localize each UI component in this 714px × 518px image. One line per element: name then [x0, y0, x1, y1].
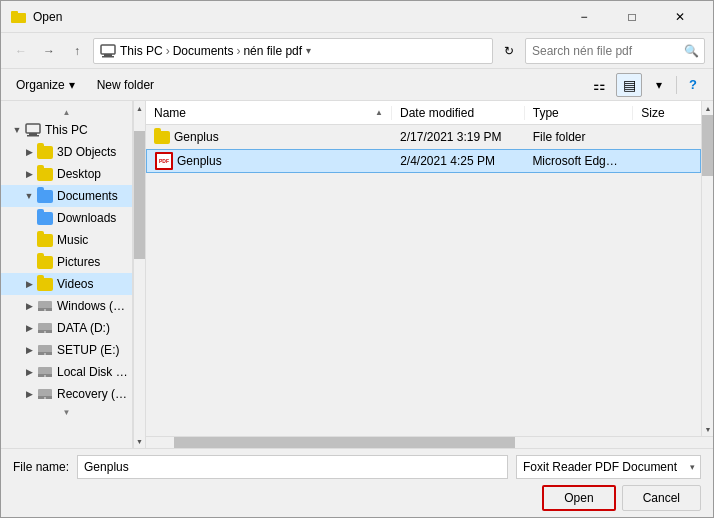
svg-rect-6: [29, 133, 37, 135]
main-content: ▲ This PC: [1, 101, 713, 448]
sidebar-label-data-d: DATA (D:): [57, 321, 110, 335]
file-type-1: File folder: [533, 130, 586, 144]
sidebar-label-local-disk-f: Local Disk (F:): [57, 365, 128, 379]
sidebar-label-this-pc: This PC: [45, 123, 88, 137]
sidebar-item-local-disk-f[interactable]: Local Disk (F:): [1, 361, 132, 383]
sidebar-item-setup-e[interactable]: SETUP (E:): [1, 339, 132, 361]
sidebar-scroll-thumb[interactable]: [134, 131, 145, 259]
sidebar-item-3d-objects[interactable]: 3D Objects: [1, 141, 132, 163]
breadcrumb[interactable]: This PC › Documents › nén file pdf ▾: [93, 38, 493, 64]
sidebar-item-documents[interactable]: Documents: [1, 185, 132, 207]
file-row-2[interactable]: PDF Genplus 2/4/2021 4:25 PM Microsoft E…: [146, 149, 701, 173]
file-vscrollbar[interactable]: ▲ ▼: [701, 101, 713, 436]
3d-objects-expander[interactable]: [21, 144, 37, 160]
search-input[interactable]: [525, 38, 705, 64]
file-name-cell-2: PDF Genplus: [147, 152, 392, 170]
col-header-date[interactable]: Date modified: [392, 106, 525, 120]
svg-rect-7: [27, 135, 39, 137]
breadcrumb-current: nén file pdf: [243, 44, 302, 58]
sidebar-scroll-track: [134, 115, 145, 434]
file-name-cell-1: Genplus: [146, 130, 392, 144]
file-date-2: 2/4/2021 4:25 PM: [400, 154, 495, 168]
view-button[interactable]: ⚏: [586, 73, 612, 97]
organize-label: Organize: [16, 78, 65, 92]
col-name-text: Name: [154, 106, 186, 120]
file-name-1: Genplus: [174, 130, 219, 144]
pdf-icon-text: PDF: [159, 159, 169, 164]
breadcrumb-dropdown-icon[interactable]: ▾: [306, 45, 311, 56]
maximize-button[interactable]: □: [609, 5, 655, 29]
sidebar-item-music[interactable]: Music: [1, 229, 132, 251]
col-header-size[interactable]: Size: [633, 106, 701, 120]
col-date-text: Date modified: [400, 106, 474, 120]
sidebar-scroll-down[interactable]: ▼: [1, 405, 132, 419]
setup-e-expander[interactable]: [21, 342, 37, 358]
help-button[interactable]: ?: [681, 73, 705, 97]
sidebar-label-documents: Documents: [57, 189, 118, 203]
view-button2[interactable]: ▤: [616, 73, 642, 97]
file-scroll-up-btn[interactable]: ▲: [702, 101, 713, 115]
folder-icon-1: [154, 131, 170, 144]
sidebar-item-data-d[interactable]: DATA (D:): [1, 317, 132, 339]
sidebar-scrollbar[interactable]: ▲ ▼: [133, 101, 145, 448]
window-title: Open: [33, 10, 62, 24]
back-button[interactable]: ←: [9, 39, 33, 63]
col-header-type[interactable]: Type: [525, 106, 633, 120]
file-type-select[interactable]: Foxit Reader PDF Document: [516, 455, 701, 479]
forward-button[interactable]: →: [37, 39, 61, 63]
local-disk-f-drive-icon: [37, 364, 53, 380]
close-button[interactable]: ✕: [657, 5, 703, 29]
breadcrumb-pc-icon: [100, 43, 116, 59]
organize-button[interactable]: Organize ▾: [9, 74, 82, 96]
svg-point-13: [44, 331, 46, 333]
column-header: Name ▲ Date modified Type Size: [146, 101, 701, 125]
cancel-button[interactable]: Cancel: [622, 485, 701, 511]
sidebar-item-this-pc[interactable]: This PC: [1, 119, 132, 141]
file-scroll-down-btn[interactable]: ▼: [702, 422, 713, 436]
documents-expander[interactable]: [21, 188, 37, 204]
videos-folder-icon: [37, 276, 53, 292]
toolbar-right: ⚏ ▤ ▾ ?: [586, 73, 705, 97]
col-header-name[interactable]: Name ▲: [146, 106, 392, 120]
downloads-folder-icon: [37, 210, 53, 226]
file-row-1[interactable]: Genplus 2/17/2021 3:19 PM File folder: [146, 125, 701, 149]
file-date-1: 2/17/2021 3:19 PM: [400, 130, 501, 144]
title-controls: − □ ✕: [561, 5, 703, 29]
sidebar-scroll-up-btn[interactable]: ▲: [134, 101, 145, 115]
open-button[interactable]: Open: [542, 485, 615, 511]
sidebar-item-windows-c[interactable]: Windows (C:): [1, 295, 132, 317]
sidebar-scroll-down-btn[interactable]: ▼: [134, 434, 145, 448]
file-name-input[interactable]: [77, 455, 508, 479]
sidebar-item-videos[interactable]: Videos: [1, 273, 132, 295]
new-folder-label: New folder: [97, 78, 154, 92]
new-folder-button[interactable]: New folder: [90, 74, 161, 96]
file-hscroll-thumb[interactable]: [174, 437, 514, 448]
sidebar-item-pictures[interactable]: Pictures: [1, 251, 132, 273]
documents-folder-icon: [37, 188, 53, 204]
3d-folder-icon: [37, 144, 53, 160]
search-wrapper: 🔍: [525, 38, 705, 64]
file-scroll-track: [702, 115, 713, 422]
recovery-h-expander[interactable]: [21, 386, 37, 402]
sidebar-scroll-up[interactable]: ▲: [1, 105, 132, 119]
view-dropdown[interactable]: ▾: [646, 73, 672, 97]
windows-c-expander[interactable]: [21, 298, 37, 314]
file-scroll-thumb[interactable]: [702, 115, 713, 176]
data-d-expander[interactable]: [21, 320, 37, 336]
title-bar: Open − □ ✕: [1, 1, 713, 33]
up-button[interactable]: ↑: [65, 39, 89, 63]
window-icon: [11, 9, 27, 25]
refresh-button[interactable]: ↻: [497, 39, 521, 63]
pictures-folder-icon: [37, 254, 53, 270]
sidebar-item-recovery-h[interactable]: Recovery (H:): [1, 383, 132, 405]
file-name-2: Genplus: [177, 154, 222, 168]
videos-expander[interactable]: [21, 276, 37, 292]
file-hscrollbar[interactable]: [146, 436, 713, 448]
sidebar-item-downloads[interactable]: Downloads: [1, 207, 132, 229]
minimize-button[interactable]: −: [561, 5, 607, 29]
desktop-expander[interactable]: [21, 166, 37, 182]
sidebar-item-desktop[interactable]: Desktop: [1, 163, 132, 185]
this-pc-expander[interactable]: [9, 122, 25, 138]
pdf-icon-2: PDF: [155, 152, 173, 170]
local-disk-f-expander[interactable]: [21, 364, 37, 380]
